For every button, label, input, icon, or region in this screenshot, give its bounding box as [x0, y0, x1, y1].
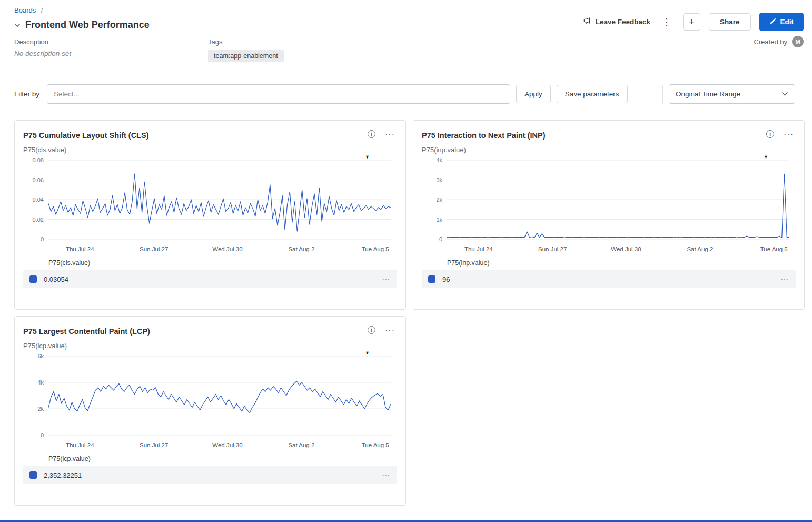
- series-label: P75(cls.value): [23, 146, 397, 154]
- avatar[interactable]: M: [792, 36, 804, 47]
- leave-feedback-label: Leave Feedback: [596, 18, 650, 26]
- info-icon[interactable]: i: [766, 130, 774, 138]
- svg-text:0: 0: [41, 236, 44, 242]
- svg-text:4k: 4k: [436, 157, 442, 163]
- time-range-select[interactable]: Original Time Range: [669, 84, 795, 104]
- edit-button[interactable]: Edit: [759, 13, 804, 31]
- svg-text:Wed Jul 30: Wed Jul 30: [611, 246, 641, 252]
- inp-line-chart[interactable]: 01k2k3k4kThu Jul 24Sun Jul 27Wed Jul 30S…: [422, 155, 796, 257]
- svg-text:Sat Aug 2: Sat Aug 2: [288, 246, 314, 252]
- svg-text:Sun Jul 27: Sun Jul 27: [140, 442, 168, 448]
- more-options-icon[interactable]: ···: [385, 328, 395, 332]
- info-icon[interactable]: i: [368, 326, 375, 334]
- legend-more-icon[interactable]: ⋯: [382, 470, 391, 480]
- more-options-icon[interactable]: ···: [784, 132, 794, 136]
- cards-grid: P75 Cumulative Layout Shift (CLS) i ··· …: [0, 113, 812, 511]
- chart-title: P75 Cumulative Layout Shift (CLS): [23, 131, 148, 140]
- description-value: No description set: [14, 50, 208, 57]
- share-button[interactable]: Share: [709, 13, 751, 31]
- svg-text:Sat Aug 2: Sat Aug 2: [288, 442, 314, 448]
- svg-text:Sat Aug 2: Sat Aug 2: [687, 246, 713, 252]
- time-range-value: Original Time Range: [676, 90, 740, 98]
- kebab-menu-icon[interactable]: ⋮: [659, 17, 675, 27]
- series-label: P75(inp.value): [422, 146, 796, 154]
- svg-text:0.02: 0.02: [33, 216, 44, 223]
- svg-text:Thu Jul 24: Thu Jul 24: [66, 246, 94, 252]
- svg-text:6k: 6k: [37, 353, 44, 359]
- page-title: Frontend Web Performance: [25, 19, 150, 31]
- series-value: 0.03054: [44, 275, 68, 283]
- series-dropdown-icon[interactable]: ▼: [365, 154, 370, 160]
- filter-bar: Filter by Apply Save parameters Original…: [0, 74, 812, 113]
- series-swatch[interactable]: [29, 471, 37, 479]
- chevron-down-icon: [781, 90, 788, 98]
- svg-text:Wed Jul 30: Wed Jul 30: [212, 246, 242, 252]
- collapse-chevron-icon[interactable]: [14, 23, 21, 27]
- tag-chip[interactable]: team:app-enablement: [208, 50, 284, 62]
- svg-text:0.04: 0.04: [33, 196, 44, 203]
- svg-text:2k: 2k: [436, 196, 442, 203]
- svg-text:0: 0: [41, 432, 44, 438]
- svg-text:1k: 1k: [436, 216, 442, 223]
- legend-series-label: P75(lcp.value): [48, 455, 397, 462]
- legend-series-label: P75(inp.value): [447, 259, 796, 267]
- svg-text:0.06: 0.06: [33, 177, 44, 183]
- legend-row[interactable]: 0.03054 ⋯: [23, 270, 397, 288]
- lcp-line-chart[interactable]: 02k4k6kThu Jul 24Sun Jul 27Wed Jul 30Sat…: [23, 351, 397, 453]
- breadcrumb-separator: /: [41, 6, 43, 14]
- series-dropdown-icon[interactable]: ▼: [764, 154, 768, 160]
- svg-text:Tue Aug 5: Tue Aug 5: [362, 246, 389, 252]
- svg-text:Wed Jul 30: Wed Jul 30: [212, 442, 242, 448]
- svg-text:4k: 4k: [37, 379, 44, 386]
- svg-text:3k: 3k: [436, 177, 442, 183]
- chart-card-inp: P75 Interaction to Next Paint (INP) i ··…: [413, 120, 805, 310]
- chart-title: P75 Largest Contentful Paint (LCP): [23, 327, 150, 336]
- chart-card-lcp: P75 Largest Contentful Paint (LCP) i ···…: [14, 316, 406, 506]
- chart-card-cls: P75 Cumulative Layout Shift (CLS) i ··· …: [14, 120, 406, 310]
- vertical-divider: [662, 85, 663, 104]
- svg-text:Tue Aug 5: Tue Aug 5: [760, 246, 788, 252]
- legend-more-icon[interactable]: ⋯: [382, 274, 391, 284]
- breadcrumb-boards-link[interactable]: Boards: [14, 6, 36, 14]
- leave-feedback-button[interactable]: Leave Feedback: [583, 17, 650, 27]
- series-value: 96: [442, 275, 450, 283]
- chart-title: P75 Interaction to Next Paint (INP): [422, 131, 545, 140]
- info-icon[interactable]: i: [368, 130, 375, 138]
- series-swatch[interactable]: [29, 275, 37, 283]
- svg-text:Thu Jul 24: Thu Jul 24: [464, 246, 493, 252]
- legend-series-label: P75(cls.value): [48, 259, 397, 267]
- filter-select-input[interactable]: [47, 84, 510, 104]
- tags-label: Tags: [208, 38, 284, 46]
- filter-by-label: Filter by: [14, 90, 39, 98]
- svg-text:Sun Jul 27: Sun Jul 27: [538, 246, 567, 252]
- pencil-icon: [769, 18, 776, 26]
- svg-text:Thu Jul 24: Thu Jul 24: [66, 442, 94, 448]
- svg-text:Sun Jul 27: Sun Jul 27: [140, 246, 168, 252]
- add-button[interactable]: +: [683, 13, 700, 31]
- legend-row[interactable]: 2,352.32251 ⋯: [23, 466, 397, 484]
- series-value: 2,352.32251: [44, 471, 82, 479]
- series-dropdown-icon[interactable]: ▼: [365, 350, 370, 356]
- apply-button[interactable]: Apply: [516, 85, 551, 103]
- series-label: P75(lcp.value): [23, 342, 397, 350]
- edit-label: Edit: [780, 18, 794, 26]
- description-label: Description: [14, 38, 208, 46]
- legend-more-icon[interactable]: ⋯: [780, 274, 789, 284]
- created-by-label: Created by: [754, 38, 787, 46]
- series-swatch[interactable]: [428, 275, 435, 283]
- svg-text:2k: 2k: [37, 406, 44, 412]
- megaphone-icon: [583, 17, 592, 27]
- cls-line-chart[interactable]: 00.020.040.060.08Thu Jul 24Sun Jul 27Wed…: [23, 155, 397, 257]
- svg-text:0.08: 0.08: [33, 157, 44, 163]
- save-parameters-button[interactable]: Save parameters: [557, 85, 628, 103]
- svg-text:Tue Aug 5: Tue Aug 5: [362, 442, 389, 448]
- legend-row[interactable]: 96 ⋯: [422, 270, 796, 288]
- more-options-icon[interactable]: ···: [385, 132, 395, 136]
- svg-text:0: 0: [439, 236, 442, 242]
- page-header: Boards / Frontend Web Performance Leave …: [0, 0, 812, 73]
